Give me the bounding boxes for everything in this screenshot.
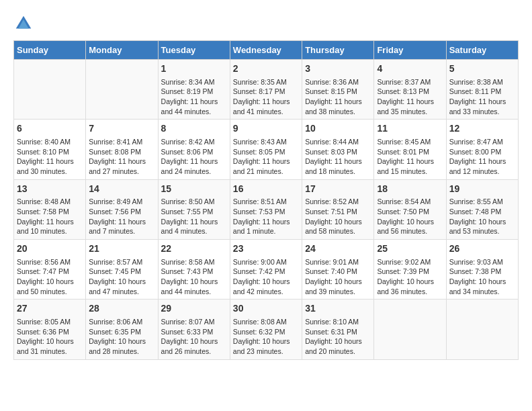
weekday-header-friday: Friday (374, 41, 446, 60)
day-info: Sunrise: 8:07 AM Sunset: 6:33 PM Dayligh… (161, 317, 227, 357)
calendar-cell: 11Sunrise: 8:45 AM Sunset: 8:01 PM Dayli… (374, 120, 446, 179)
calendar-cell: 15Sunrise: 8:50 AM Sunset: 7:55 PM Dayli… (158, 179, 230, 239)
calendar-cell: 8Sunrise: 8:42 AM Sunset: 8:06 PM Daylig… (158, 120, 230, 179)
day-info: Sunrise: 8:06 AM Sunset: 6:35 PM Dayligh… (89, 317, 154, 357)
day-number: 2 (233, 62, 299, 76)
day-number: 29 (161, 302, 227, 316)
calendar-cell: 19Sunrise: 8:55 AM Sunset: 7:48 PM Dayli… (446, 179, 518, 239)
day-info: Sunrise: 8:40 AM Sunset: 8:10 PM Dayligh… (17, 137, 83, 177)
calendar-cell (374, 300, 446, 359)
day-number: 9 (233, 122, 299, 136)
day-info: Sunrise: 8:55 AM Sunset: 7:48 PM Dayligh… (449, 197, 515, 236)
calendar-cell: 27Sunrise: 8:05 AM Sunset: 6:36 PM Dayli… (14, 300, 86, 359)
day-number: 24 (305, 242, 371, 256)
calendar-cell: 16Sunrise: 8:51 AM Sunset: 7:53 PM Dayli… (230, 179, 302, 239)
calendar-cell: 28Sunrise: 8:06 AM Sunset: 6:35 PM Dayli… (86, 300, 158, 359)
calendar-table: SundayMondayTuesdayWednesdayThursdayFrid… (13, 40, 519, 360)
day-number: 6 (17, 122, 83, 136)
weekday-header-sunday: Sunday (14, 41, 86, 60)
day-info: Sunrise: 9:01 AM Sunset: 7:40 PM Dayligh… (305, 257, 371, 297)
day-info: Sunrise: 8:52 AM Sunset: 7:51 PM Dayligh… (305, 197, 371, 236)
calendar-cell: 14Sunrise: 8:49 AM Sunset: 7:56 PM Dayli… (86, 179, 158, 239)
calendar-cell (14, 60, 86, 120)
day-number: 5 (449, 62, 515, 76)
calendar-cell: 25Sunrise: 9:02 AM Sunset: 7:39 PM Dayli… (374, 240, 446, 300)
day-info: Sunrise: 8:08 AM Sunset: 6:32 PM Dayligh… (233, 317, 299, 357)
weekday-header-thursday: Thursday (302, 41, 374, 60)
day-info: Sunrise: 8:05 AM Sunset: 6:36 PM Dayligh… (17, 317, 83, 357)
day-info: Sunrise: 9:02 AM Sunset: 7:39 PM Dayligh… (377, 257, 443, 297)
calendar-cell: 31Sunrise: 8:10 AM Sunset: 6:31 PM Dayli… (302, 300, 374, 359)
calendar-cell (86, 60, 158, 120)
weekday-header-wednesday: Wednesday (230, 41, 302, 60)
day-number: 8 (161, 122, 227, 136)
calendar-cell: 17Sunrise: 8:52 AM Sunset: 7:51 PM Dayli… (302, 179, 374, 239)
day-info: Sunrise: 8:10 AM Sunset: 6:31 PM Dayligh… (305, 317, 371, 357)
day-info: Sunrise: 8:45 AM Sunset: 8:01 PM Dayligh… (377, 137, 443, 177)
day-number: 21 (89, 242, 154, 256)
day-info: Sunrise: 8:47 AM Sunset: 8:00 PM Dayligh… (449, 137, 515, 177)
day-number: 25 (377, 242, 443, 256)
calendar-cell: 1Sunrise: 8:34 AM Sunset: 8:19 PM Daylig… (158, 60, 230, 120)
calendar-cell: 10Sunrise: 8:44 AM Sunset: 8:03 PM Dayli… (302, 120, 374, 179)
page-header (13, 13, 519, 34)
day-number: 16 (233, 183, 299, 196)
day-number: 14 (89, 183, 154, 196)
day-number: 3 (305, 62, 371, 76)
calendar-cell: 20Sunrise: 8:56 AM Sunset: 7:47 PM Dayli… (14, 240, 86, 300)
day-number: 18 (377, 183, 443, 196)
day-info: Sunrise: 8:44 AM Sunset: 8:03 PM Dayligh… (305, 137, 371, 177)
day-info: Sunrise: 8:38 AM Sunset: 8:11 PM Dayligh… (449, 77, 515, 117)
weekday-header-monday: Monday (86, 41, 158, 60)
day-number: 28 (89, 302, 154, 316)
calendar-cell: 22Sunrise: 8:58 AM Sunset: 7:43 PM Dayli… (158, 240, 230, 300)
calendar-cell: 9Sunrise: 8:43 AM Sunset: 8:05 PM Daylig… (230, 120, 302, 179)
week-row-1: 1Sunrise: 8:34 AM Sunset: 8:19 PM Daylig… (14, 60, 519, 120)
day-number: 27 (17, 302, 83, 316)
logo-icon (13, 13, 34, 34)
calendar-cell: 30Sunrise: 8:08 AM Sunset: 6:32 PM Dayli… (230, 300, 302, 359)
day-number: 20 (17, 242, 83, 256)
day-number: 30 (233, 302, 299, 316)
day-number: 31 (305, 302, 371, 316)
day-number: 23 (233, 242, 299, 256)
calendar-cell: 7Sunrise: 8:41 AM Sunset: 8:08 PM Daylig… (86, 120, 158, 179)
week-row-4: 20Sunrise: 8:56 AM Sunset: 7:47 PM Dayli… (14, 240, 519, 300)
week-row-5: 27Sunrise: 8:05 AM Sunset: 6:36 PM Dayli… (14, 300, 519, 359)
calendar-cell: 2Sunrise: 8:35 AM Sunset: 8:17 PM Daylig… (230, 60, 302, 120)
day-info: Sunrise: 8:43 AM Sunset: 8:05 PM Dayligh… (233, 137, 299, 177)
day-info: Sunrise: 9:00 AM Sunset: 7:42 PM Dayligh… (233, 257, 299, 297)
calendar-cell: 21Sunrise: 8:57 AM Sunset: 7:45 PM Dayli… (86, 240, 158, 300)
calendar-cell: 18Sunrise: 8:54 AM Sunset: 7:50 PM Dayli… (374, 179, 446, 239)
day-info: Sunrise: 8:50 AM Sunset: 7:55 PM Dayligh… (161, 197, 227, 236)
logo (13, 13, 36, 34)
day-info: Sunrise: 8:56 AM Sunset: 7:47 PM Dayligh… (17, 257, 83, 297)
calendar-cell: 12Sunrise: 8:47 AM Sunset: 8:00 PM Dayli… (446, 120, 518, 179)
day-number: 13 (17, 183, 83, 196)
weekday-header-row: SundayMondayTuesdayWednesdayThursdayFrid… (14, 41, 519, 60)
day-number: 19 (449, 183, 515, 196)
weekday-header-saturday: Saturday (446, 41, 518, 60)
calendar-cell: 26Sunrise: 9:03 AM Sunset: 7:38 PM Dayli… (446, 240, 518, 300)
day-info: Sunrise: 8:37 AM Sunset: 8:13 PM Dayligh… (377, 77, 443, 117)
day-info: Sunrise: 8:34 AM Sunset: 8:19 PM Dayligh… (161, 77, 227, 117)
day-info: Sunrise: 8:54 AM Sunset: 7:50 PM Dayligh… (377, 197, 443, 236)
weekday-header-tuesday: Tuesday (158, 41, 230, 60)
day-info: Sunrise: 9:03 AM Sunset: 7:38 PM Dayligh… (449, 257, 515, 297)
day-info: Sunrise: 8:58 AM Sunset: 7:43 PM Dayligh… (161, 257, 227, 297)
calendar-cell: 3Sunrise: 8:36 AM Sunset: 8:15 PM Daylig… (302, 60, 374, 120)
day-info: Sunrise: 8:35 AM Sunset: 8:17 PM Dayligh… (233, 77, 299, 117)
day-info: Sunrise: 8:42 AM Sunset: 8:06 PM Dayligh… (161, 137, 227, 177)
day-number: 17 (305, 183, 371, 196)
calendar-cell: 24Sunrise: 9:01 AM Sunset: 7:40 PM Dayli… (302, 240, 374, 300)
calendar-cell: 5Sunrise: 8:38 AM Sunset: 8:11 PM Daylig… (446, 60, 518, 120)
calendar-cell: 23Sunrise: 9:00 AM Sunset: 7:42 PM Dayli… (230, 240, 302, 300)
day-number: 26 (449, 242, 515, 256)
day-info: Sunrise: 8:41 AM Sunset: 8:08 PM Dayligh… (89, 137, 154, 177)
day-number: 7 (89, 122, 154, 136)
day-info: Sunrise: 8:36 AM Sunset: 8:15 PM Dayligh… (305, 77, 371, 117)
calendar-cell: 6Sunrise: 8:40 AM Sunset: 8:10 PM Daylig… (14, 120, 86, 179)
day-number: 15 (161, 183, 227, 196)
day-number: 4 (377, 62, 443, 76)
week-row-2: 6Sunrise: 8:40 AM Sunset: 8:10 PM Daylig… (14, 120, 519, 179)
